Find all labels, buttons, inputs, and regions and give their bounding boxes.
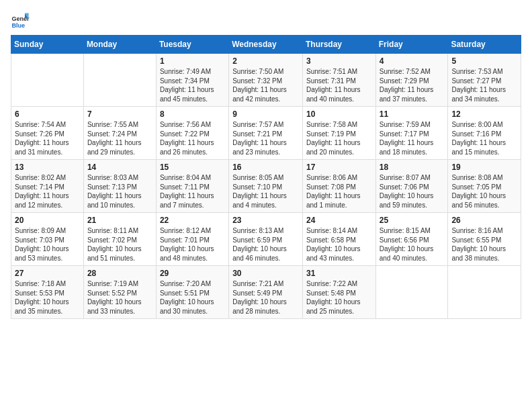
day-number: 1: [160, 56, 225, 66]
calendar-day-cell: 10Sunrise: 7:58 AM Sunset: 7:19 PM Dayli…: [302, 107, 375, 160]
calendar-day-cell: 25Sunrise: 8:15 AM Sunset: 6:56 PM Dayli…: [375, 213, 448, 266]
calendar-day-cell: 12Sunrise: 8:00 AM Sunset: 7:16 PM Dayli…: [448, 107, 521, 160]
day-number: 19: [451, 163, 517, 172]
calendar-day-cell: 27Sunrise: 7:18 AM Sunset: 5:53 PM Dayli…: [11, 266, 84, 319]
day-info: Sunrise: 7:21 AM Sunset: 5:49 PM Dayligh…: [232, 279, 299, 316]
calendar-day-cell: 19Sunrise: 8:08 AM Sunset: 7:05 PM Dayli…: [448, 160, 521, 213]
calendar-week-row: 20Sunrise: 8:09 AM Sunset: 7:03 PM Dayli…: [11, 213, 521, 266]
calendar-week-row: 1Sunrise: 7:49 AM Sunset: 7:34 PM Daylig…: [11, 54, 521, 107]
calendar-day-cell: 16Sunrise: 8:05 AM Sunset: 7:10 PM Dayli…: [229, 160, 303, 213]
day-number: 14: [87, 163, 152, 172]
day-number: 15: [160, 163, 225, 172]
day-info: Sunrise: 7:51 AM Sunset: 7:31 PM Dayligh…: [306, 67, 372, 103]
calendar-day-cell: 22Sunrise: 8:12 AM Sunset: 7:01 PM Dayli…: [156, 213, 228, 266]
day-number: 25: [380, 216, 445, 225]
calendar-week-row: 13Sunrise: 8:02 AM Sunset: 7:14 PM Dayli…: [11, 160, 521, 213]
calendar-day-cell: [375, 266, 448, 319]
day-info: Sunrise: 8:13 AM Sunset: 6:59 PM Dayligh…: [232, 226, 299, 263]
day-number: 26: [451, 216, 517, 225]
logo: General Blue: [11, 11, 32, 30]
day-number: 6: [15, 109, 80, 119]
calendar-day-cell: 31Sunrise: 7:22 AM Sunset: 5:48 PM Dayli…: [302, 266, 375, 319]
calendar-day-cell: 14Sunrise: 8:03 AM Sunset: 7:13 PM Dayli…: [83, 160, 156, 213]
calendar-day-cell: 28Sunrise: 7:19 AM Sunset: 5:52 PM Dayli…: [83, 266, 156, 319]
day-number: 2: [232, 56, 299, 66]
calendar-day-cell: 1Sunrise: 7:49 AM Sunset: 7:34 PM Daylig…: [156, 54, 228, 107]
day-of-week-header: Tuesday: [156, 36, 228, 54]
day-number: 22: [160, 216, 225, 225]
calendar-day-cell: 17Sunrise: 8:06 AM Sunset: 7:08 PM Dayli…: [302, 160, 375, 213]
day-number: 9: [232, 109, 299, 119]
day-of-week-header: Saturday: [448, 36, 521, 54]
calendar-day-cell: [83, 54, 156, 107]
day-info: Sunrise: 8:08 AM Sunset: 7:05 PM Dayligh…: [451, 173, 517, 210]
calendar-day-cell: 21Sunrise: 8:11 AM Sunset: 7:02 PM Dayli…: [83, 213, 156, 266]
calendar-day-cell: [11, 54, 84, 107]
day-number: 21: [87, 216, 152, 225]
calendar-day-cell: 29Sunrise: 7:20 AM Sunset: 5:51 PM Dayli…: [156, 266, 228, 319]
calendar-day-cell: 2Sunrise: 7:50 AM Sunset: 7:32 PM Daylig…: [229, 54, 303, 107]
day-info: Sunrise: 7:50 AM Sunset: 7:32 PM Dayligh…: [232, 67, 299, 103]
day-number: 17: [306, 163, 372, 172]
day-info: Sunrise: 7:59 AM Sunset: 7:17 PM Dayligh…: [380, 120, 445, 156]
calendar-day-cell: 18Sunrise: 8:07 AM Sunset: 7:06 PM Dayli…: [375, 160, 448, 213]
calendar-day-cell: 15Sunrise: 8:04 AM Sunset: 7:11 PM Dayli…: [156, 160, 228, 213]
calendar-table: SundayMondayTuesdayWednesdayThursdayFrid…: [11, 35, 521, 319]
day-info: Sunrise: 8:09 AM Sunset: 7:03 PM Dayligh…: [15, 226, 80, 263]
calendar-day-cell: 30Sunrise: 7:21 AM Sunset: 5:49 PM Dayli…: [229, 266, 303, 319]
page-header: General Blue: [11, 11, 521, 30]
day-info: Sunrise: 7:20 AM Sunset: 5:51 PM Dayligh…: [160, 279, 225, 316]
day-number: 20: [15, 216, 80, 225]
calendar-week-row: 27Sunrise: 7:18 AM Sunset: 5:53 PM Dayli…: [11, 266, 521, 319]
svg-text:Blue: Blue: [11, 22, 25, 29]
day-number: 13: [15, 163, 80, 172]
day-info: Sunrise: 7:19 AM Sunset: 5:52 PM Dayligh…: [87, 279, 152, 316]
day-number: 29: [160, 269, 225, 278]
day-number: 24: [306, 216, 372, 225]
day-number: 16: [232, 163, 299, 172]
day-number: 28: [87, 269, 152, 278]
day-info: Sunrise: 7:57 AM Sunset: 7:21 PM Dayligh…: [232, 120, 299, 156]
calendar-day-cell: 24Sunrise: 8:14 AM Sunset: 6:58 PM Dayli…: [302, 213, 375, 266]
calendar-week-row: 6Sunrise: 7:54 AM Sunset: 7:26 PM Daylig…: [11, 107, 521, 160]
calendar-header-row: SundayMondayTuesdayWednesdayThursdayFrid…: [11, 36, 521, 54]
calendar-day-cell: 6Sunrise: 7:54 AM Sunset: 7:26 PM Daylig…: [11, 107, 84, 160]
logo-icon: General Blue: [11, 11, 30, 30]
calendar-day-cell: 4Sunrise: 7:52 AM Sunset: 7:29 PM Daylig…: [375, 54, 448, 107]
day-info: Sunrise: 8:11 AM Sunset: 7:02 PM Dayligh…: [87, 226, 152, 263]
day-info: Sunrise: 7:53 AM Sunset: 7:27 PM Dayligh…: [451, 67, 517, 103]
day-number: 8: [160, 109, 225, 119]
day-number: 11: [380, 109, 445, 119]
day-info: Sunrise: 8:05 AM Sunset: 7:10 PM Dayligh…: [232, 173, 299, 210]
day-info: Sunrise: 8:15 AM Sunset: 6:56 PM Dayligh…: [380, 226, 445, 263]
calendar-day-cell: 11Sunrise: 7:59 AM Sunset: 7:17 PM Dayli…: [375, 107, 448, 160]
day-of-week-header: Wednesday: [229, 36, 303, 54]
day-number: 30: [232, 269, 299, 278]
day-number: 12: [451, 109, 517, 119]
day-info: Sunrise: 7:49 AM Sunset: 7:34 PM Dayligh…: [160, 67, 225, 103]
calendar-day-cell: 3Sunrise: 7:51 AM Sunset: 7:31 PM Daylig…: [302, 54, 375, 107]
day-info: Sunrise: 7:55 AM Sunset: 7:24 PM Dayligh…: [87, 120, 152, 156]
day-info: Sunrise: 8:00 AM Sunset: 7:16 PM Dayligh…: [451, 120, 517, 156]
day-number: 3: [306, 56, 372, 66]
day-info: Sunrise: 8:16 AM Sunset: 6:55 PM Dayligh…: [451, 226, 517, 263]
day-number: 31: [306, 269, 372, 278]
day-of-week-header: Monday: [83, 36, 156, 54]
day-info: Sunrise: 7:18 AM Sunset: 5:53 PM Dayligh…: [15, 279, 80, 316]
day-info: Sunrise: 7:22 AM Sunset: 5:48 PM Dayligh…: [306, 279, 372, 316]
calendar-day-cell: [448, 266, 521, 319]
day-info: Sunrise: 8:07 AM Sunset: 7:06 PM Dayligh…: [380, 173, 445, 210]
day-number: 4: [380, 56, 445, 66]
calendar-day-cell: 7Sunrise: 7:55 AM Sunset: 7:24 PM Daylig…: [83, 107, 156, 160]
day-of-week-header: Friday: [375, 36, 448, 54]
day-number: 10: [306, 109, 372, 119]
day-number: 23: [232, 216, 299, 225]
calendar-day-cell: 5Sunrise: 7:53 AM Sunset: 7:27 PM Daylig…: [448, 54, 521, 107]
calendar-day-cell: 23Sunrise: 8:13 AM Sunset: 6:59 PM Dayli…: [229, 213, 303, 266]
day-info: Sunrise: 8:14 AM Sunset: 6:58 PM Dayligh…: [306, 226, 372, 263]
calendar-day-cell: 8Sunrise: 7:56 AM Sunset: 7:22 PM Daylig…: [156, 107, 228, 160]
day-number: 5: [451, 56, 517, 66]
day-info: Sunrise: 8:12 AM Sunset: 7:01 PM Dayligh…: [160, 226, 225, 263]
day-number: 18: [380, 163, 445, 172]
day-number: 27: [15, 269, 80, 278]
